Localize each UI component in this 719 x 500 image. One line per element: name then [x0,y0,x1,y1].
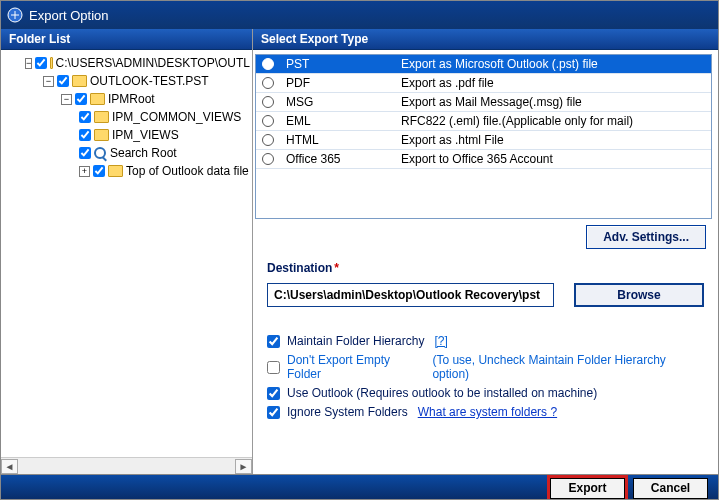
tree-node-pst[interactable]: OUTLOOK-TEST.PST [3,72,250,90]
folder-icon [94,111,109,123]
folder-icon [50,57,52,69]
tree-checkbox[interactable] [75,93,87,105]
opt-maintain-hierarchy[interactable]: Maintain Folder Hierarchy [?] [267,334,704,348]
export-button[interactable]: Export [550,478,625,499]
search-icon [94,147,107,160]
export-type-desc: Export as Mail Message(.msg) file [401,95,705,109]
export-type-code: EML [286,114,401,128]
export-type-desc: Export to Office 365 Account [401,152,705,166]
window-title: Export Option [29,8,109,23]
tree-node-top[interactable]: Top of Outlook data file [3,162,250,180]
export-type-html[interactable]: HTMLExport as .html File [256,131,711,150]
export-type-desc: Export as .html File [401,133,705,147]
radio-icon[interactable] [262,77,274,89]
tree-checkbox[interactable] [79,129,91,141]
export-type-msg[interactable]: MSGExport as Mail Message(.msg) file [256,93,711,112]
folder-icon [108,165,123,177]
export-type-header: Select Export Type [253,29,718,50]
folder-tree[interactable]: C:\USERS\ADMIN\DESKTOP\OUTL OUTLOOK-TEST… [1,50,252,457]
export-type-desc: Export as .pdf file [401,76,705,90]
tree-checkbox[interactable] [57,75,69,87]
tree-node-search[interactable]: Search Root [3,144,250,162]
collapse-icon[interactable] [25,58,32,69]
help-link[interactable]: [?] [434,334,447,348]
tree-label: C:\USERS\ADMIN\DESKTOP\OUTL [56,54,250,72]
required-asterisk: * [334,261,339,275]
export-type-code: HTML [286,133,401,147]
tree-checkbox[interactable] [35,57,47,69]
scroll-left-icon[interactable]: ◄ [1,459,18,474]
expand-icon[interactable] [79,166,90,177]
outlook-checkbox[interactable] [267,387,280,400]
system-folders-link[interactable]: What are system folders ? [418,405,557,419]
folder-icon [94,129,109,141]
tree-checkbox[interactable] [93,165,105,177]
tree-node-common[interactable]: IPM_COMMON_VIEWS [3,108,250,126]
tree-label: Top of Outlook data file [126,162,249,180]
title-bar: Export Option [1,1,718,29]
export-type-office365[interactable]: Office 365Export to Office 365 Account [256,150,711,169]
cancel-button[interactable]: Cancel [633,478,708,499]
browse-button[interactable]: Browse [574,283,704,307]
tree-label: IPM_COMMON_VIEWS [112,108,241,126]
radio-icon[interactable] [262,115,274,127]
tree-label: OUTLOOK-TEST.PST [90,72,209,90]
horizontal-scrollbar[interactable]: ◄ ► [1,457,252,474]
opt-empty-folder[interactable]: Don't Export Empty Folder (To use, Unche… [267,353,704,381]
opt-ignore-system[interactable]: Ignore System Folders What are system fo… [267,405,704,419]
radio-icon[interactable] [262,96,274,108]
radio-icon[interactable] [262,58,274,70]
tree-label: IPMRoot [108,90,155,108]
tree-checkbox[interactable] [79,111,91,123]
radio-icon[interactable] [262,134,274,146]
tree-checkbox[interactable] [79,147,91,159]
destination-input[interactable] [267,283,554,307]
folder-icon [90,93,105,105]
radio-icon[interactable] [262,153,274,165]
folder-list-header: Folder List [1,29,252,50]
maintain-checkbox[interactable] [267,335,280,348]
ignore-checkbox[interactable] [267,406,280,419]
tree-node-ipmroot[interactable]: IPMRoot [3,90,250,108]
destination-label: Destination* [253,251,718,279]
tree-node-root[interactable]: C:\USERS\ADMIN\DESKTOP\OUTL [3,54,250,72]
export-type-code: PST [286,57,401,71]
tree-label: Search Root [110,144,177,162]
export-type-desc: Export as Microsoft Outlook (.pst) file [401,57,705,71]
export-type-code: PDF [286,76,401,90]
export-type-eml[interactable]: EMLRFC822 (.eml) file.(Applicable only f… [256,112,711,131]
export-type-list: PSTExport as Microsoft Outlook (.pst) fi… [255,54,712,219]
tree-label: IPM_VIEWS [112,126,179,144]
scroll-right-icon[interactable]: ► [235,459,252,474]
export-type-desc: RFC822 (.eml) file.(Applicable only for … [401,114,705,128]
export-type-pst[interactable]: PSTExport as Microsoft Outlook (.pst) fi… [256,55,711,74]
export-type-pdf[interactable]: PDFExport as .pdf file [256,74,711,93]
footer-bar: Export Cancel [1,475,718,500]
adv-settings-button[interactable]: Adv. Settings... [586,225,706,249]
app-icon [7,7,23,23]
collapse-icon[interactable] [61,94,72,105]
collapse-icon[interactable] [43,76,54,87]
empty-checkbox[interactable] [267,361,280,374]
tree-node-views[interactable]: IPM_VIEWS [3,126,250,144]
folder-icon [72,75,87,87]
export-type-code: Office 365 [286,152,401,166]
opt-use-outlook[interactable]: Use Outlook (Requires outlook to be inst… [267,386,704,400]
export-type-code: MSG [286,95,401,109]
